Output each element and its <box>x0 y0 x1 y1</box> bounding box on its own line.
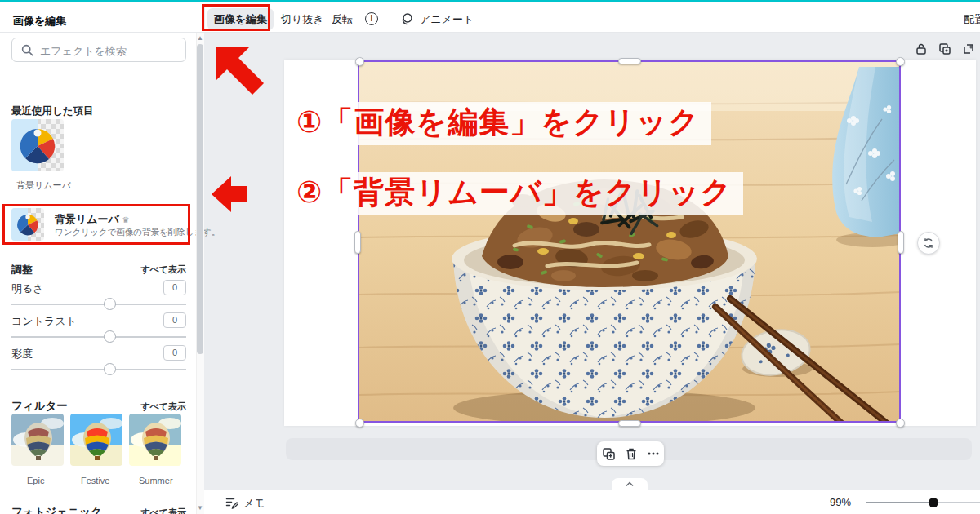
bottom-panel-collapse-tab[interactable] <box>612 478 648 490</box>
filter-section-header: フィルター <box>11 399 68 414</box>
adjust-show-all-link[interactable]: すべて表示 <box>140 264 186 276</box>
scroll-up-icon[interactable]: ▲ <box>197 35 203 42</box>
animate-button[interactable]: アニメート <box>413 8 480 30</box>
filter-show-all-link[interactable]: すべて表示 <box>140 401 186 413</box>
contrast-slider-handle[interactable] <box>104 330 116 343</box>
edit-image-button[interactable]: 画像を編集 <box>207 8 274 30</box>
sidebar-scrollbar-thumb[interactable] <box>197 44 203 354</box>
beach-ball-icon <box>17 125 58 166</box>
status-bar: メモ 99% <box>204 490 980 514</box>
resize-handle-bottom-left[interactable] <box>355 419 364 428</box>
scroll-down-icon[interactable]: ▼ <box>197 505 203 512</box>
brightness-value[interactable]: 0 <box>163 280 186 295</box>
resize-handle-top-left[interactable] <box>355 57 364 66</box>
rotate-icon <box>923 237 934 249</box>
zoom-slider-track[interactable] <box>866 502 933 503</box>
chevron-up-icon <box>626 481 634 487</box>
resize-handle-bottom[interactable] <box>618 420 641 427</box>
filter-thumb-epic[interactable] <box>11 414 64 466</box>
beach-ball-icon <box>16 212 40 237</box>
annotation-step1: ①「画像を編集」をクリック <box>285 102 711 145</box>
contrast-label: コントラスト <box>11 314 77 329</box>
more-options-icon[interactable] <box>647 447 660 460</box>
balloon-image <box>129 414 181 466</box>
filter-thumb-festive[interactable] <box>70 414 122 466</box>
notes-icon[interactable] <box>225 497 238 509</box>
copy-icon[interactable] <box>602 447 616 461</box>
bg-remover-row-thumbnail <box>11 208 44 241</box>
brightness-slider[interactable] <box>11 304 186 305</box>
photogenic-section-header: フォトジェニック <box>11 505 102 514</box>
pro-crown-icon: ♛ <box>122 215 130 224</box>
saturation-slider-handle[interactable] <box>104 363 116 375</box>
annotation-arrow-up-left <box>213 44 267 98</box>
filter-label-festive: Festive <box>81 476 109 485</box>
contrast-value[interactable]: 0 <box>163 312 186 328</box>
adjust-section-header: 調整 <box>11 263 33 277</box>
saturation-label: 彩度 <box>11 347 33 361</box>
zoom-level: 99% <box>830 496 851 508</box>
contrast-slider[interactable] <box>11 336 186 338</box>
sidebar-scrollbar[interactable]: ▲ ▼ <box>196 33 204 514</box>
crop-button[interactable]: 切り抜き <box>274 8 331 30</box>
bg-remover-title: 背景リムーバ ♛ <box>55 212 130 227</box>
balloon-image <box>11 414 64 466</box>
flip-button[interactable]: 反転 <box>325 8 359 30</box>
recent-item-label: 背景リムーバ <box>16 179 71 192</box>
search-placeholder: エフェクトを検索 <box>40 44 127 59</box>
resize-handle-top-right[interactable] <box>896 57 905 66</box>
panel-title: 画像を編集 <box>13 14 66 29</box>
element-floating-toolbar <box>597 441 664 466</box>
filter-label-summer: Summer <box>139 476 173 485</box>
element-action-icons <box>915 42 975 55</box>
brightness-label: 明るさ <box>11 281 44 296</box>
effects-sidebar: エフェクトを検索 最近使用した項目 背景リムーバ <box>0 33 204 514</box>
annotation-step2: ②「背景リムーバ」をクリック <box>285 172 743 215</box>
info-icon[interactable]: i <box>365 12 378 25</box>
saturation-value[interactable]: 0 <box>163 345 186 361</box>
resize-handle-bottom-right[interactable] <box>896 419 905 428</box>
resize-handle-right[interactable] <box>898 231 904 254</box>
rotate-button[interactable] <box>917 232 940 255</box>
bg-remover-row[interactable]: 背景リムーバ ♛ ワンクリックで画像の背景を削除します。 <box>2 204 190 245</box>
resize-handle-top[interactable] <box>618 58 641 64</box>
saturation-slider[interactable] <box>11 369 186 370</box>
app-window: 画像を編集 画像を編集 切り抜き 反転 i アニメート 配置 エフェクトを検索 … <box>0 0 980 514</box>
toolbar-divider <box>204 7 205 31</box>
memo-button[interactable]: メモ <box>243 496 265 511</box>
animate-icon <box>399 12 413 26</box>
annotation-arrow-left <box>210 175 249 214</box>
top-toolbar: 画像を編集 画像を編集 切り抜き 反転 i アニメート 配置 <box>0 2 980 33</box>
zoom-slider-track[interactable] <box>933 502 980 503</box>
resize-handle-left[interactable] <box>354 231 361 254</box>
canvas-workspace: ‹ <box>204 33 980 490</box>
brand-accent-strip <box>0 0 980 2</box>
photogenic-show-all-link[interactable]: すべて表示 <box>140 507 186 514</box>
filter-label-epic: Epic <box>27 476 44 485</box>
effect-search-input[interactable]: エフェクトを検索 <box>11 38 186 62</box>
duplicate-icon[interactable] <box>938 42 951 55</box>
balloon-image <box>70 414 122 466</box>
recent-bg-remover-thumbnail[interactable] <box>11 119 64 171</box>
search-icon <box>21 44 33 56</box>
recent-section-header: 最近使用した項目 <box>11 104 94 118</box>
lock-icon[interactable] <box>915 42 928 55</box>
filter-thumb-summer[interactable] <box>129 414 181 466</box>
toolbar-divider <box>390 10 390 28</box>
add-page-icon[interactable] <box>962 42 975 55</box>
zoom-slider-handle[interactable] <box>929 498 938 507</box>
position-button[interactable]: 配置 <box>957 8 980 30</box>
trash-icon[interactable] <box>625 447 638 461</box>
brightness-slider-handle[interactable] <box>104 298 116 310</box>
